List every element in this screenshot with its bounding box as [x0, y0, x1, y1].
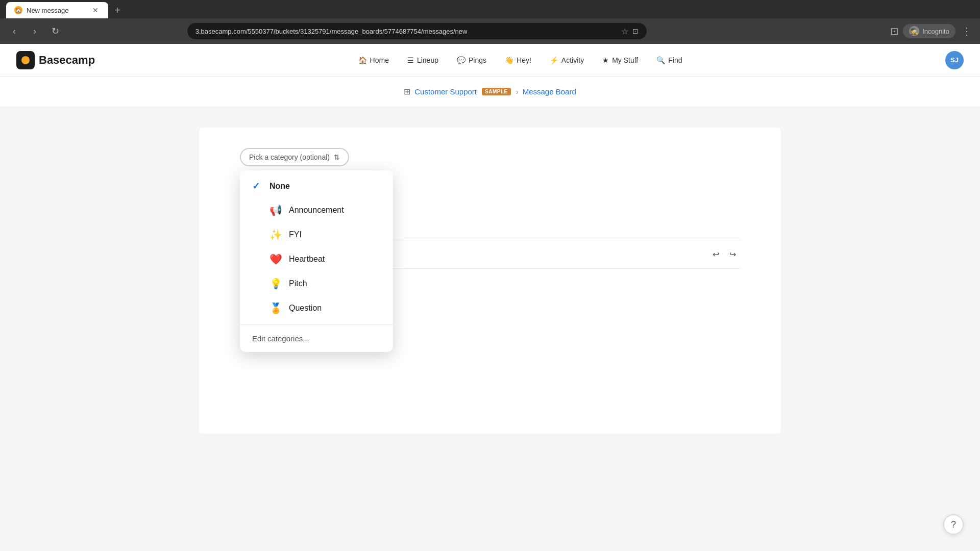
- fyi-label: FYI: [289, 230, 302, 239]
- active-tab[interactable]: 🏠 New message ✕: [6, 2, 108, 18]
- activity-icon: ⚡: [550, 56, 558, 64]
- svg-point-0: [21, 56, 30, 64]
- announcement-icon: 📢: [270, 204, 282, 216]
- incognito-label: Incognito: [922, 28, 949, 35]
- project-icon: ⊞: [404, 87, 410, 96]
- breadcrumb-bar: ⊞ Customer Support SAMPLE › Message Boar…: [0, 77, 980, 107]
- extensions-icon[interactable]: ⊡: [890, 25, 899, 37]
- content-area: ⊞ Customer Support SAMPLE › Message Boar…: [0, 77, 980, 551]
- breadcrumb-project[interactable]: Customer Support: [414, 87, 477, 96]
- url-text: 3.basecamp.com/5550377/buckets/31325791/…: [195, 28, 617, 35]
- address-bar-row: ‹ › ↻ 3.basecamp.com/5550377/buckets/313…: [0, 18, 980, 44]
- address-bar[interactable]: 3.basecamp.com/5550377/buckets/31325791/…: [187, 23, 647, 39]
- back-button[interactable]: ‹: [6, 23, 22, 39]
- category-picker-label: Pick a category (optional): [249, 153, 330, 161]
- redo-button[interactable]: ↪: [725, 246, 740, 262]
- tab-bar: 🏠 New message ✕ +: [0, 0, 980, 18]
- tab-favicon: 🏠: [14, 6, 22, 14]
- pitch-icon: 💡: [270, 278, 282, 290]
- fyi-icon: ✨: [270, 229, 282, 241]
- dropdown-divider: [240, 324, 393, 325]
- edit-categories-link[interactable]: Edit categories...: [240, 329, 393, 348]
- bookmark-icon[interactable]: ☆: [621, 27, 628, 36]
- reader-icon[interactable]: ⊡: [632, 27, 639, 35]
- main-content: Pick a category (optional) ⇅ ✓ None 📢 An…: [199, 128, 781, 434]
- category-picker: Pick a category (optional) ⇅ ✓ None 📢 An…: [240, 148, 349, 166]
- lineup-label: Lineup: [417, 56, 438, 64]
- logo[interactable]: Basecamp: [16, 51, 95, 69]
- heartbeat-label: Heartbeat: [289, 255, 325, 264]
- sample-badge: SAMPLE: [482, 88, 511, 95]
- help-icon: ?: [951, 519, 956, 530]
- browser-right-icons: ⊡ 🕵 Incognito ⋮: [890, 23, 974, 39]
- forward-button[interactable]: ›: [27, 23, 43, 39]
- category-question-item[interactable]: 🏅 Question: [240, 296, 393, 320]
- logo-text: Basecamp: [39, 54, 95, 67]
- logo-icon: [16, 51, 35, 69]
- hey-icon: 👋: [505, 56, 513, 64]
- refresh-button[interactable]: ↻: [47, 23, 63, 39]
- nav-lineup[interactable]: ☰ Lineup: [400, 52, 446, 68]
- breadcrumb-board[interactable]: Message Board: [523, 87, 576, 96]
- undo-button[interactable]: ↩: [708, 246, 723, 262]
- address-bar-icons: ⊡: [632, 27, 639, 35]
- category-picker-button[interactable]: Pick a category (optional) ⇅: [240, 148, 349, 166]
- pings-label: Pings: [469, 56, 486, 64]
- announcement-label: Announcement: [289, 206, 344, 215]
- nav-home[interactable]: 🏠 Home: [351, 52, 396, 68]
- browser-menu-button[interactable]: ⋮: [960, 23, 974, 39]
- breadcrumb-separator: ›: [516, 87, 519, 96]
- activity-label: Activity: [561, 56, 584, 64]
- pings-icon: 💬: [457, 56, 465, 64]
- check-icon: ✓: [252, 181, 262, 192]
- home-icon: 🏠: [358, 56, 367, 64]
- question-icon: 🏅: [270, 302, 282, 314]
- user-initials: SJ: [950, 56, 959, 64]
- tab-close-button[interactable]: ✕: [91, 6, 100, 15]
- toolbar-right: ↩ ↪: [708, 246, 740, 262]
- user-avatar[interactable]: SJ: [945, 51, 964, 69]
- help-button[interactable]: ?: [943, 514, 964, 535]
- nav-activity[interactable]: ⚡ Activity: [543, 52, 591, 68]
- hey-label: Hey!: [517, 56, 531, 64]
- category-dropdown: ✓ None 📢 Announcement ✨ FYI: [240, 170, 393, 352]
- find-label: Find: [668, 56, 682, 64]
- category-fyi-item[interactable]: ✨ FYI: [240, 222, 393, 247]
- incognito-icon: 🕵: [909, 26, 919, 36]
- tab-title: New message: [27, 7, 87, 14]
- heartbeat-icon: ❤️: [270, 253, 282, 265]
- nav-find[interactable]: 🔍 Find: [649, 52, 689, 68]
- incognito-badge: 🕵 Incognito: [903, 24, 955, 38]
- nav-mystuff[interactable]: ★ My Stuff: [595, 52, 645, 68]
- mystuff-icon: ★: [602, 56, 609, 64]
- main-nav: 🏠 Home ☰ Lineup 💬 Pings 👋 Hey! ⚡ Activit…: [351, 52, 690, 68]
- mystuff-label: My Stuff: [612, 56, 638, 64]
- nav-pings[interactable]: 💬 Pings: [450, 52, 494, 68]
- category-pitch-item[interactable]: 💡 Pitch: [240, 271, 393, 296]
- nav-hey[interactable]: 👋 Hey!: [498, 52, 538, 68]
- category-heartbeat-item[interactable]: ❤️ Heartbeat: [240, 247, 393, 271]
- lineup-icon: ☰: [407, 56, 414, 64]
- category-none-item[interactable]: ✓ None: [240, 174, 393, 198]
- picker-arrows-icon: ⇅: [334, 153, 340, 161]
- new-tab-button[interactable]: +: [110, 3, 125, 18]
- none-label: None: [270, 182, 290, 191]
- pitch-label: Pitch: [289, 279, 307, 288]
- home-label: Home: [370, 56, 389, 64]
- question-label: Question: [289, 304, 322, 313]
- find-icon: 🔍: [656, 56, 665, 64]
- app-header: Basecamp 🏠 Home ☰ Lineup 💬 Pings 👋 Hey! …: [0, 44, 980, 77]
- category-announcement-item[interactable]: 📢 Announcement: [240, 198, 393, 222]
